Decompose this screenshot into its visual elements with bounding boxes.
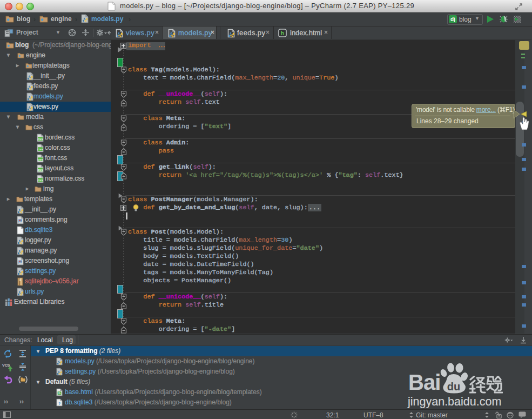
svg-text:css: css bbox=[37, 148, 43, 151]
svg-text:h: h bbox=[58, 391, 60, 395]
svg-text:css: css bbox=[37, 168, 43, 171]
svg-text:css: css bbox=[37, 158, 43, 161]
svg-text:?: ? bbox=[58, 401, 61, 406]
svg-text:du: du bbox=[447, 381, 460, 393]
svg-text:css: css bbox=[37, 137, 43, 141]
svg-text:css: css bbox=[37, 178, 43, 182]
svg-text:h: h bbox=[281, 30, 285, 36]
